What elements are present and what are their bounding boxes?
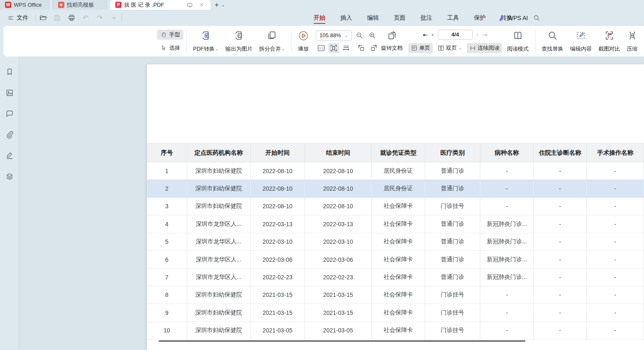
tab-template[interactable]: ❖ 找稻壳模板 (53, 0, 107, 10)
table-body: 1深圳市妇幼保健院2022-08-102022-08-10居民身份证普通门诊--… (147, 162, 644, 340)
hand-tool-button[interactable]: 手型 (157, 30, 183, 40)
play-button[interactable]: 播放 (294, 29, 312, 54)
redo-icon[interactable]: ↷ (96, 14, 104, 22)
table-row[interactable]: 8深圳市妇幼保健院2021-03-152021-03-15社会保障卡门诊挂号--… (147, 286, 644, 304)
open-folder-icon[interactable] (39, 14, 47, 22)
close-tab-icon[interactable] (197, 1, 205, 9)
split-merge-icon (266, 30, 277, 41)
horizontal-scrollbar[interactable] (159, 340, 525, 342)
find-replace-button[interactable]: 查找替换 (538, 29, 567, 54)
read-mode-button[interactable]: 阅读模式 (504, 29, 532, 54)
chevron-down-icon: ⌄ (282, 47, 285, 51)
table-row[interactable]: 2深圳市妇幼保健院2022-08-102022-08-10居民身份证普通门诊--… (147, 180, 644, 197)
layers-icon[interactable] (3, 170, 16, 183)
menu-item-6[interactable]: 保护 (467, 10, 493, 26)
table-cell: 门诊挂号 (425, 304, 480, 322)
divider (122, 15, 122, 21)
table-row[interactable]: 4深圳市龙华区人...2022-03-132022-03-13社会保障卡普通门诊… (147, 215, 644, 233)
hand-tool-label: 手型 (169, 31, 180, 38)
fit-page-icon[interactable] (328, 43, 339, 53)
export-image-button[interactable]: 输出为图片 (222, 29, 256, 54)
hamburger-icon (8, 15, 14, 21)
zoom-out-icon[interactable] (354, 31, 365, 40)
menu-item-5[interactable]: 工具 (440, 10, 467, 26)
menu-item-2[interactable]: 编辑 (360, 10, 386, 26)
table-header-cell: 病种名称 (480, 143, 534, 162)
comment-icon[interactable] (3, 107, 16, 120)
new-tab-button[interactable]: + (215, 1, 219, 8)
tab-list-chevron-icon[interactable]: ⌄ (221, 3, 225, 7)
wps-logo-icon: W (5, 2, 11, 8)
rotate-doc-label[interactable]: 旋转文档 (381, 44, 403, 52)
first-page-icon[interactable]: ⇤ (423, 31, 428, 38)
table-cell: 2021-03-15 (305, 304, 372, 322)
thumbnail-icon[interactable] (3, 87, 16, 99)
organize-pages-icon[interactable] (386, 30, 398, 41)
table-cell: 深圳市妇幼保健院 (187, 322, 251, 340)
table-row[interactable]: 7深圳市龙华区人...2022-02-232022-02-23社会保障卡普通门诊… (147, 268, 644, 286)
tab-document-active[interactable]: P 就 医 记 录 .PDF (110, 0, 210, 10)
table-row[interactable]: 5深圳市龙华区人...2022-03-102022-03-10社会保障卡普通门诊… (147, 233, 644, 251)
table-cell: - (587, 268, 644, 286)
file-menu-button[interactable]: 文件 (4, 14, 32, 22)
table-row[interactable]: 3深圳市妇幼保健院2022-08-102022-08-10社会保障卡门诊挂号--… (147, 198, 644, 215)
wps-ai-button[interactable]: WPS AI (495, 15, 532, 21)
table-cell: 社会保障卡 (372, 304, 425, 322)
tab-wps-office[interactable]: W WPS Office (0, 0, 49, 10)
menu-search-icon[interactable] (530, 14, 544, 22)
menu-items: 开始插入编辑页面批注工具保护转换 (306, 10, 520, 26)
edit-content-button[interactable]: 编辑内容 (567, 29, 595, 54)
table-cell: 门诊挂号 (425, 286, 480, 304)
menu-item-3[interactable]: 页面 (386, 10, 413, 26)
table-row[interactable]: 9深圳市妇幼保健院2021-03-152021-03-15社会保障卡门诊挂号--… (147, 304, 644, 322)
single-page-button[interactable]: 单页 (408, 43, 433, 53)
menu-item-4[interactable]: 批注 (413, 10, 440, 26)
select-tool-button[interactable]: 选择 (157, 43, 183, 53)
actual-size-icon[interactable]: 1:1 (316, 43, 327, 53)
table-cell: 深圳市妇幼保健院 (187, 198, 251, 215)
table-cell: 2021-03-05 (251, 322, 305, 340)
undo-icon[interactable]: ↶ (81, 14, 90, 22)
pdf-convert-button[interactable]: PDF转换⌄ (190, 29, 222, 54)
zoom-in-icon[interactable] (367, 31, 378, 40)
table-row[interactable]: 10深圳市妇幼保健院2021-03-052021-03-05社会保障卡门诊挂号-… (147, 322, 644, 340)
template-icon: ❖ (58, 2, 64, 8)
zoom-level-select[interactable]: 105.88% ⌄ (316, 31, 352, 41)
table-row[interactable]: 1深圳市妇幼保健院2022-08-102022-08-10居民身份证普通门诊--… (147, 162, 644, 180)
document-area[interactable]: 序号定点医药机构名称开始时间结束时间就诊凭证类型医疗类别病种名称住院主诊断名称手… (19, 56, 644, 350)
table-cell: - (480, 180, 534, 197)
last-page-icon[interactable]: ⇥ (482, 31, 487, 38)
page-indicator-input[interactable] (438, 30, 473, 40)
split-merge-button[interactable]: 拆分合并⌄ (256, 29, 289, 54)
print-icon[interactable] (67, 14, 76, 22)
present-monitor-icon[interactable] (185, 1, 194, 9)
pdf-page[interactable]: 序号定点医药机构名称开始时间结束时间就诊凭证类型医疗类别病种名称住院主诊断名称手… (147, 64, 644, 350)
export-image-icon (233, 30, 244, 41)
next-page-icon[interactable]: › (477, 31, 479, 38)
attachment-icon[interactable] (3, 128, 16, 141)
table-row[interactable]: 6深圳市龙华区人...2022-03-062022-03-06社会保障卡普通门诊… (147, 251, 644, 268)
select-tool-label: 选择 (169, 44, 180, 52)
table-cell: 2022-03-06 (251, 251, 305, 268)
table-cell: - (587, 251, 644, 268)
double-page-icon (438, 45, 444, 51)
table-header-cell: 住院主诊断名称 (534, 143, 587, 162)
compress-button[interactable]: 压缩 (624, 29, 641, 54)
table-cell: - (534, 162, 587, 180)
table-cell: 普通门诊 (425, 251, 480, 268)
menu-item-0[interactable]: 开始 (306, 10, 333, 26)
signature-icon[interactable] (3, 149, 16, 162)
prev-page-icon[interactable]: ‹ (431, 31, 434, 38)
screenshot-compare-button[interactable]: 截图对比 (595, 29, 624, 54)
tool-mode-group: 手型 选择 (157, 30, 183, 53)
bookmark-icon[interactable] (3, 66, 16, 78)
menu-item-1[interactable]: 插入 (333, 10, 360, 26)
rotate-left-icon[interactable] (356, 43, 367, 53)
fit-width-icon[interactable] (341, 43, 352, 53)
quickbar-chevron-icon[interactable] (110, 14, 118, 22)
continuous-read-button[interactable]: 连续阅读 (467, 43, 502, 53)
rotate-right-icon[interactable] (368, 43, 379, 53)
save-icon[interactable] (53, 14, 61, 22)
chevron-down-icon: ⌄ (216, 47, 219, 51)
double-page-button[interactable]: 双页 ⌄ (435, 43, 464, 53)
